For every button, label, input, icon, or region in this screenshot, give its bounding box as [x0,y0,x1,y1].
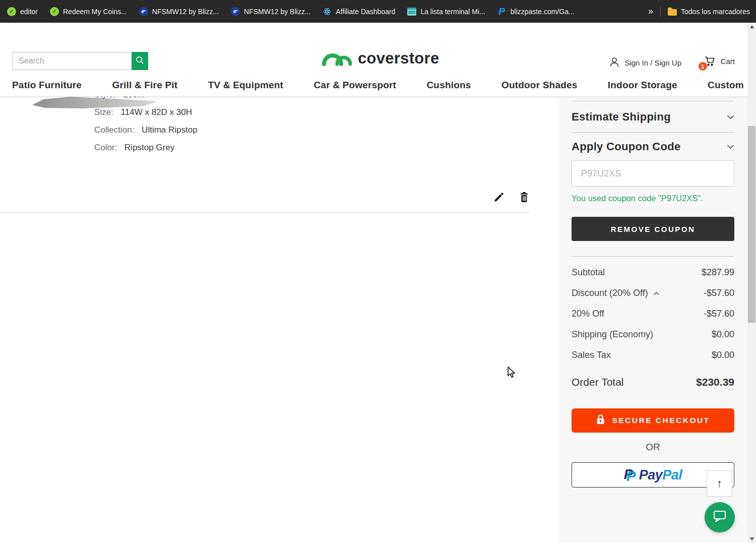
discount-row: Discount (20% Off) -$57.60 [572,283,734,304]
chat-widget-button[interactable] [705,502,735,532]
secure-checkout-label: SECURE CHECKOUT [612,416,710,425]
blue-bird-icon [231,7,240,16]
bookmark-nfsmw12-2[interactable]: NFSMW12 by Blizz... [231,7,310,16]
bookmarks-separator [660,6,661,17]
nav-car-powersport[interactable]: Car & Powersport [313,80,396,91]
summary-divider [572,256,734,257]
green-coin-icon: ✓ [7,7,16,16]
green-coin-icon: ✓ [50,7,59,16]
collection-label: Collection: [94,125,134,135]
bookmark-nfsmw12-1[interactable]: NFSMW12 by Blizz... [139,7,219,16]
edit-item-button[interactable] [493,192,505,204]
react-atom-icon [323,7,332,16]
scrollbar-thumb[interactable] [748,126,755,323]
size-label: Size: [94,107,113,117]
search-icon [135,55,145,67]
bookmarks-overflow-chevron[interactable]: » [648,6,653,17]
scroll-to-top-button[interactable]: ↑ [707,470,732,497]
bookmark-blizzpaste[interactable]: P blizzpaste.com/Ga... [497,7,575,16]
folder-icon [668,9,677,16]
subtotal-label: Subtotal [572,267,605,278]
shipping-label: Shipping (Economy) [572,329,653,340]
nav-outdoor-shades[interactable]: Outdoor Shades [501,80,578,91]
bookmark-label: Redeem My Coins... [63,8,127,16]
chevron-down-icon [727,142,734,151]
sign-in-link[interactable]: Sign In / Sign Up [608,56,681,70]
search-input[interactable] [12,52,132,70]
sales-tax-value: $0.00 [712,350,734,360]
estimate-shipping-title: Estimate Shipping [572,110,671,124]
scrollbar-down-arrow[interactable] [747,535,756,543]
search-button[interactable] [132,52,148,70]
page-scrollbar[interactable] [747,23,756,543]
order-total-row: Order Total $230.39 [572,369,734,395]
nav-custom[interactable]: Custom [708,80,744,91]
nav-cushions[interactable]: Cushions [426,80,471,91]
bookmark-editor[interactable]: ✓ editor [7,7,38,16]
bookmark-label: La lista terminal Mi... [420,8,485,16]
bookmark-label: Affiliate Dashboard [336,8,395,16]
item-collection-row: Collection: Ultima Ripstop [94,125,198,135]
trash-icon [519,192,529,204]
paypal-p-icon: P [497,7,507,16]
sales-tax-label: Sales Tax [572,350,611,360]
bookmark-redeem-coins[interactable]: ✓ Redeem My Coins... [50,7,127,16]
order-total-value: $230.39 [696,376,734,388]
nav-patio-furniture[interactable]: Patio Furniture [12,80,82,91]
logo-text: coverstore [358,49,439,68]
blue-bird-icon [139,7,148,16]
color-value: Ripstop Grey [124,143,174,152]
chevron-up-icon[interactable] [653,288,660,298]
nav-indoor-storage[interactable]: Indoor Storage [608,80,677,91]
person-icon [608,56,620,70]
paypal-mark-icon: P P [624,467,637,483]
apply-coupon-accordion[interactable]: Apply Coupon Code [572,132,734,160]
sign-in-label: Sign In / Sign Up [624,58,681,67]
nav-tv-equipment[interactable]: TV & Equipment [208,80,284,91]
delete-item-button[interactable] [518,192,530,204]
or-separator: OR [572,442,734,456]
apply-coupon-title: Apply Coupon Code [572,140,681,153]
bookmark-affiliate-dashboard[interactable]: Affiliate Dashboard [323,7,395,16]
arrow-up-icon: ↑ [717,477,722,490]
collection-value: Ultima Ripstop [142,125,198,135]
subtotal-value: $287.99 [702,267,734,278]
paypal-wordmark: PayPal [639,467,682,483]
site-header: coverstore Sign In / Sign Up 1 Cart Pati… [0,23,756,97]
coverstore-arches-icon [322,48,353,69]
sales-tax-row: Sales Tax $0.00 [572,345,734,366]
coverstore-logo[interactable]: coverstore [322,48,439,69]
size-value: 114W x 82D x 30H [121,107,192,117]
bookmark-label: NFSMW12 by Blizz... [152,8,219,16]
mouse-cursor [507,367,518,381]
item-color-row: Color: Ripstop Grey [94,143,174,153]
pencil-icon [494,192,505,204]
chat-bubble-icon [712,509,727,525]
terminal-icon [407,8,416,16]
secure-checkout-button[interactable]: SECURE CHECKOUT [572,408,734,433]
bookmark-label: blizzpaste.com/Ga... [511,8,575,16]
browser-bookmarks-bar: ✓ editor ✓ Redeem My Coins... NFSMW12 by… [0,0,756,23]
cart-item-divider [0,212,530,213]
all-bookmarks-folder[interactable]: Todos los marcadores [668,7,750,16]
cart-count-badge: 1 [699,62,707,71]
remove-coupon-button[interactable]: REMOVE COUPON [572,217,734,241]
cart-link[interactable]: 1 Cart [703,54,735,68]
shipping-row: Shipping (Economy) $0.00 [572,324,734,345]
discount-label: Discount (20% Off) [572,288,648,298]
nav-grill-fire-pit[interactable]: Grill & Fire Pit [112,80,177,91]
bookmark-la-lista-terminal[interactable]: La lista terminal Mi... [407,8,485,16]
chevron-down-icon [727,112,734,122]
order-total-label: Order Total [572,376,624,388]
discount-value: -$57.60 [704,288,734,298]
discount-detail-label: 20% Off [572,309,604,319]
subtotal-row: Subtotal $287.99 [572,262,734,283]
coupon-applied-message: You used coupon code "P97U2XS". [572,194,703,203]
color-label: Color: [94,143,117,152]
estimate-shipping-accordion[interactable]: Estimate Shipping [572,101,734,132]
bookmark-label: NFSMW12 by Blizz... [244,8,310,16]
coupon-code-input[interactable] [572,160,734,187]
scrollbar-up-arrow[interactable] [747,23,756,31]
cart-label: Cart [721,57,735,66]
all-bookmarks-label: Todos los marcadores [681,8,750,16]
